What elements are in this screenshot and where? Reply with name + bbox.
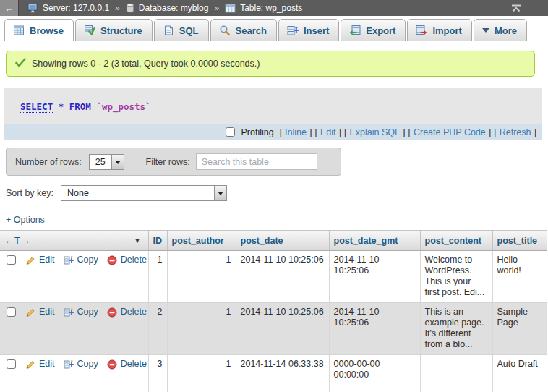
row-checkbox[interactable] <box>7 359 16 369</box>
sort-key-value: None <box>61 186 95 200</box>
row-actions: Edit Copy Delete <box>0 355 148 392</box>
cell-post-date-gmt: 2014-11-10 10:25:06 <box>329 251 420 303</box>
edit-link[interactable]: Edit <box>39 307 55 318</box>
column-header-post-author[interactable]: post_author <box>167 231 236 251</box>
profiling-checkbox[interactable] <box>226 127 235 137</box>
cell-post-author: 1 <box>167 251 236 303</box>
inline-link[interactable]: Inline <box>285 127 307 137</box>
status-message: Showing rows 0 - 2 (3 total, Query took … <box>6 51 535 77</box>
tab-label: SQL <box>179 25 199 36</box>
collapse-icon[interactable] <box>510 4 522 13</box>
bracket: ] <box>489 127 491 137</box>
rows-per-page-select[interactable]: 25 <box>89 154 124 170</box>
copy-link[interactable]: Copy <box>77 359 98 370</box>
column-header-post-date[interactable]: post_date <box>236 231 329 251</box>
cell-post-date: 2014-11-10 10:25:06 <box>236 251 329 303</box>
results-table: ←T→ ▼ ID post_author post_date post_date… <box>0 230 547 392</box>
delete-icon <box>107 307 117 318</box>
create-php-code-link[interactable]: Create PHP Code <box>414 127 486 137</box>
row-checkbox[interactable] <box>7 255 16 265</box>
edit-icon <box>25 307 35 318</box>
tab-label: Import <box>432 25 461 36</box>
cell-id: 3 <box>148 355 167 392</box>
tab-browse[interactable]: Browse <box>4 19 74 41</box>
breadcrumb-server[interactable]: Server: 127.0.0.1 <box>43 3 109 13</box>
cell-post-content: Welcome to WordPress. This is your first… <box>420 251 492 303</box>
actions-header: ←T→ ▼ <box>0 231 148 251</box>
sql-star: * <box>59 101 64 112</box>
delete-icon <box>107 359 117 370</box>
table-icon <box>225 4 236 13</box>
back-button[interactable]: ← <box>0 0 19 16</box>
bracket: ] <box>309 127 312 137</box>
copy-icon <box>64 255 74 265</box>
refresh-link[interactable]: Refresh <box>500 127 531 137</box>
sort-key-select[interactable]: None <box>61 185 227 201</box>
cell-id: 1 <box>148 251 167 303</box>
sort-indicator-icon[interactable]: ▼ <box>134 237 141 244</box>
cell-post-title: Auto Draft <box>492 355 547 392</box>
database-icon <box>126 3 134 13</box>
bracket: ] <box>534 127 536 137</box>
copy-link[interactable]: Copy <box>77 255 98 265</box>
bracket: ] <box>339 127 341 137</box>
tab-label: Export <box>366 25 395 36</box>
cell-post-date: 2014-11-10 10:25:06 <box>236 303 329 355</box>
sql-keyword-select[interactable]: SELECT <box>20 101 53 113</box>
column-header-post-title[interactable]: post_title <box>492 231 547 251</box>
column-header-post-date-gmt[interactable]: post_date_gmt <box>329 231 420 251</box>
delete-link[interactable]: Delete <box>121 359 147 370</box>
sql-keyword-from: FROM <box>69 101 91 112</box>
rows-label: Number of rows: <box>15 157 82 167</box>
cell-post-date-gmt: 0000-00-00 00:00:00 <box>329 355 420 392</box>
edit-query-link[interactable]: Edit <box>320 127 336 137</box>
tab-sql[interactable]: SQL <box>154 19 209 41</box>
breadcrumb-database[interactable]: Database: myblog <box>139 3 209 13</box>
row-checkbox[interactable] <box>7 307 16 317</box>
row-actions: Edit Copy Delete <box>0 303 148 355</box>
check-icon <box>15 58 26 69</box>
status-text: Showing rows 0 - 2 (3 total, Query took … <box>32 59 260 69</box>
delete-link[interactable]: Delete <box>121 255 147 265</box>
tab-bar: Browse Structure SQL Search Insert Expor… <box>0 16 548 41</box>
row-actions: Edit Copy Delete <box>0 251 148 303</box>
rows-per-page-value: 25 <box>90 155 111 169</box>
cell-post-author: 1 <box>167 303 236 355</box>
breadcrumb-separator: » <box>115 3 120 13</box>
column-header-id[interactable]: ID <box>148 231 167 251</box>
cell-id: 2 <box>148 303 167 355</box>
filter-label: Filter rows: <box>146 157 190 167</box>
tab-label: Structure <box>100 25 142 36</box>
search-icon <box>219 25 231 36</box>
profiling-label: Profiling <box>241 127 273 137</box>
copy-icon <box>64 307 74 318</box>
chevron-down-icon <box>482 28 489 36</box>
tab-label: Browse <box>30 25 64 36</box>
transpose-arrows-icon[interactable]: ←T→ <box>4 235 31 246</box>
tab-structure[interactable]: Structure <box>75 19 153 41</box>
structure-icon <box>84 25 95 36</box>
tab-insert[interactable]: Insert <box>278 19 339 41</box>
options-toggle[interactable]: + Options <box>6 215 45 225</box>
tab-label: Insert <box>304 25 329 36</box>
query-toolbar: Profiling [ Inline ] [ Edit ] [ Explain … <box>4 124 542 140</box>
tab-search[interactable]: Search <box>210 19 277 41</box>
filter-input[interactable] <box>196 153 317 170</box>
delete-icon <box>107 255 117 265</box>
bracket: [ <box>314 127 317 137</box>
copy-link[interactable]: Copy <box>77 307 98 318</box>
select-button <box>214 186 226 200</box>
column-header-post-content[interactable]: post_content <box>420 231 492 251</box>
explain-sql-link[interactable]: Explain SQL <box>349 127 399 137</box>
tab-export[interactable]: Export <box>341 19 406 41</box>
tab-import[interactable]: Import <box>407 19 471 41</box>
breadcrumb-table[interactable]: Table: wp_posts <box>240 3 302 13</box>
tab-more[interactable]: More <box>474 19 527 41</box>
edit-link[interactable]: Edit <box>39 255 55 265</box>
bracket: [ <box>494 127 496 137</box>
tab-label: Search <box>236 25 267 36</box>
cell-post-date: 2014-11-14 06:33:38 <box>236 355 329 392</box>
bracket: [ <box>344 127 346 137</box>
delete-link[interactable]: Delete <box>121 307 147 318</box>
edit-link[interactable]: Edit <box>39 359 55 370</box>
